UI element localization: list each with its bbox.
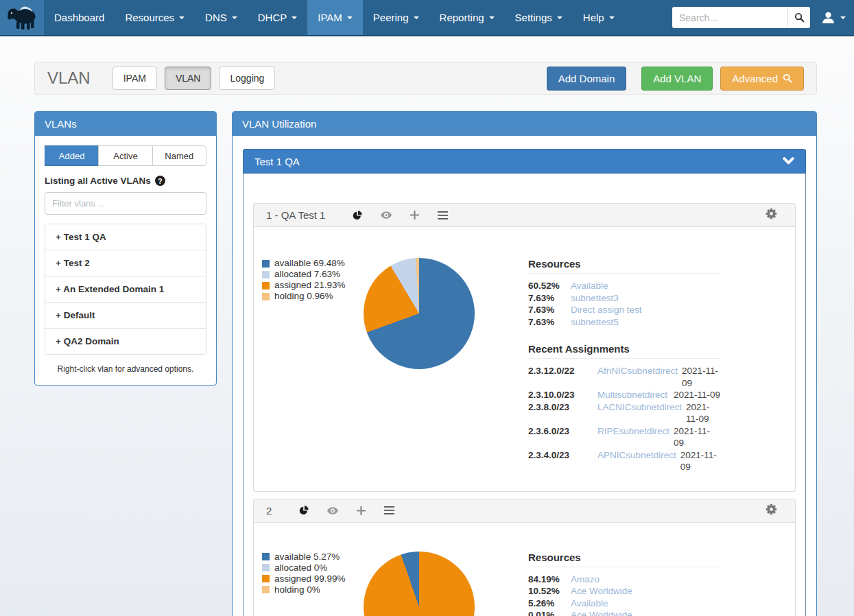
pie-legend: available 5.27% allocated 0% bbox=[262, 552, 358, 616]
nav-item-label: IPAM bbox=[318, 12, 342, 23]
vlan-list: + Test 1 QA + Test 2 + An Extended Domai… bbox=[45, 224, 206, 355]
legend-swatch bbox=[262, 586, 270, 593]
vlan-filter-tab[interactable]: Named bbox=[152, 145, 206, 166]
legend-swatch bbox=[262, 282, 270, 289]
nav-item[interactable]: Reporting bbox=[429, 0, 505, 35]
view-tabs: IPAM VLAN Logging bbox=[112, 67, 276, 90]
menu-icon[interactable] bbox=[384, 506, 394, 514]
resource-link[interactable]: subnettest5 bbox=[571, 316, 720, 329]
nav-item[interactable]: Settings bbox=[505, 0, 573, 35]
vlan-list-item[interactable]: + Default bbox=[45, 303, 206, 329]
resource-link[interactable]: Amazo bbox=[571, 573, 720, 586]
assignment-link[interactable]: LACNICsubnetdirect bbox=[597, 401, 682, 425]
utilization-card: 2 bbox=[253, 499, 796, 616]
gear-icon[interactable] bbox=[766, 208, 777, 220]
view-tab[interactable]: IPAM bbox=[112, 67, 157, 90]
legend-row: assigned 21.93% bbox=[262, 280, 358, 291]
resource-link[interactable]: subnettest3 bbox=[571, 292, 720, 305]
resource-link[interactable]: Direct assign test bbox=[571, 304, 720, 316]
vlan-filter-input[interactable] bbox=[45, 192, 206, 215]
nav-item-label: Reporting bbox=[440, 12, 484, 23]
assignment-row: 2.3.4.0/23 APNICsubnetdirect 2021-11-09 bbox=[528, 449, 720, 473]
assignment-row: 2.3.6.0/23 RIPEsubnetdirect 2021-11-09 bbox=[528, 425, 720, 449]
vlans-panel-title: VLANs bbox=[35, 112, 216, 136]
eye-icon[interactable] bbox=[327, 507, 338, 514]
resource-percent: 60.52% bbox=[528, 280, 571, 292]
nav-item[interactable]: DNS bbox=[195, 0, 248, 35]
view-tab[interactable]: VLAN bbox=[165, 67, 212, 90]
nav-item[interactable]: Peering bbox=[363, 0, 429, 35]
legend-row: available 69.48% bbox=[262, 258, 358, 269]
resource-link[interactable]: Available bbox=[571, 597, 720, 610]
help-icon[interactable]: ? bbox=[155, 176, 165, 186]
tapir-logo-icon bbox=[6, 5, 38, 30]
search-input[interactable] bbox=[672, 7, 787, 28]
assignment-cidr: 2.3.8.0/23 bbox=[528, 401, 593, 425]
search-icon bbox=[794, 12, 805, 23]
nav-item[interactable]: Help bbox=[573, 0, 625, 35]
legend-swatch bbox=[262, 260, 270, 268]
search-icon bbox=[783, 73, 792, 83]
nav-item[interactable]: DHCP bbox=[248, 0, 308, 35]
assignment-date: 2021-11-09 bbox=[682, 365, 720, 389]
resource-percent: 84.19% bbox=[528, 573, 571, 586]
add-vlan-button[interactable]: Add VLAN bbox=[641, 67, 713, 91]
legend-label: holding 0.96% bbox=[274, 291, 333, 302]
vlan-list-item[interactable]: + QA2 Domain bbox=[45, 329, 206, 354]
nav-item[interactable]: Resources bbox=[115, 0, 195, 35]
caret-down-icon bbox=[414, 16, 419, 19]
legend-swatch bbox=[262, 293, 270, 300]
resources-list: 60.52% Available 7.63% subnettest3 bbox=[528, 280, 720, 328]
card-title: 1 - QA Test 1 bbox=[266, 209, 325, 221]
resource-link[interactable]: Ace Worldwide bbox=[571, 585, 720, 597]
assignment-cidr: 2.3.6.0/23 bbox=[528, 425, 593, 449]
advanced-search-button[interactable]: Advanced bbox=[720, 67, 804, 91]
legend-row: available 5.27% bbox=[262, 552, 358, 562]
assignment-date: 2021-11-09 bbox=[674, 425, 720, 449]
caret-down-icon bbox=[609, 16, 615, 19]
add-domain-button[interactable]: Add Domain bbox=[547, 67, 627, 91]
vlan-list-item[interactable]: + Test 2 bbox=[45, 250, 206, 276]
vlan-group-body: 1 - QA Test 1 bbox=[243, 174, 806, 616]
legend-swatch bbox=[262, 564, 270, 571]
legend-row: allocated 7.63% bbox=[262, 269, 358, 280]
pie-chart-icon[interactable] bbox=[353, 211, 362, 220]
legend-row: allocated 0% bbox=[262, 562, 358, 573]
gear-icon[interactable] bbox=[766, 504, 777, 515]
app-logo[interactable] bbox=[0, 0, 44, 35]
vlans-panel: VLANs Added Active Named Listing all Act… bbox=[34, 111, 217, 386]
legend-label: assigned 99.99% bbox=[274, 573, 346, 584]
caret-down-icon bbox=[347, 16, 353, 19]
resource-percent: 7.63% bbox=[528, 316, 571, 329]
plus-icon[interactable] bbox=[357, 506, 366, 515]
vlan-group-title: Test 1 QA bbox=[254, 156, 300, 167]
advanced-label: Advanced bbox=[732, 73, 778, 84]
plus-icon[interactable] bbox=[410, 211, 419, 220]
view-tab[interactable]: Logging bbox=[219, 67, 275, 90]
legend-label: allocated 7.63% bbox=[274, 269, 340, 280]
assignment-link[interactable]: APNICsubnetdirect bbox=[597, 449, 676, 473]
vlan-utilization-panel: VLAN Utilization Test 1 QA 1 - QA Test 1 bbox=[232, 111, 817, 616]
assignments-title: Recent Assignments bbox=[528, 343, 720, 359]
pie-chart-icon[interactable] bbox=[299, 506, 309, 515]
search-button[interactable] bbox=[787, 7, 810, 28]
vlan-filter-tab[interactable]: Added bbox=[45, 145, 99, 166]
sidebar-footer-note: Right-click vlan for advanced options. bbox=[45, 355, 206, 375]
assignment-link[interactable]: Multisubnetdirect bbox=[597, 389, 669, 401]
assignment-link[interactable]: AfriNICsubnetdirect bbox=[597, 365, 678, 389]
user-menu[interactable] bbox=[821, 11, 846, 24]
nav-item[interactable]: IPAM bbox=[307, 0, 363, 35]
resource-link[interactable]: Available bbox=[571, 280, 720, 292]
vlan-filter-tab[interactable]: Active bbox=[98, 145, 152, 166]
vlan-list-item[interactable]: + An Extended Domain 1 bbox=[45, 276, 206, 303]
menu-icon[interactable] bbox=[438, 211, 448, 220]
caret-down-icon bbox=[840, 16, 846, 19]
legend-row: assigned 99.99% bbox=[262, 573, 358, 584]
resource-row: 10.52% Ace Worldwide bbox=[528, 585, 720, 597]
vlan-group-accordion-header[interactable]: Test 1 QA bbox=[243, 149, 806, 174]
vlan-list-item[interactable]: + Test 1 QA bbox=[45, 224, 206, 250]
assignment-link[interactable]: RIPEsubnetdirect bbox=[597, 425, 669, 449]
eye-icon[interactable] bbox=[381, 211, 392, 219]
resource-link[interactable]: Ace Worldwide bbox=[571, 609, 720, 616]
nav-item[interactable]: Dashboard bbox=[44, 0, 115, 35]
